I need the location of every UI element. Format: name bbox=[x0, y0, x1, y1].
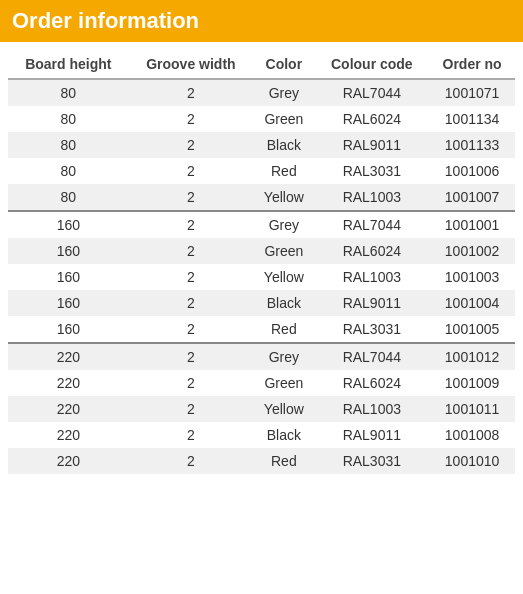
cell-color: Black bbox=[253, 290, 314, 316]
cell-color: Black bbox=[253, 132, 314, 158]
cell-board_height: 160 bbox=[8, 238, 129, 264]
cell-color: Grey bbox=[253, 79, 314, 106]
table-row: 1602BlackRAL90111001004 bbox=[8, 290, 515, 316]
col-board-height: Board height bbox=[8, 50, 129, 79]
cell-groove_width: 2 bbox=[129, 396, 254, 422]
cell-order_no: 1001004 bbox=[429, 290, 515, 316]
table-header-row: Board height Groove width Color Colour c… bbox=[8, 50, 515, 79]
cell-color: Black bbox=[253, 422, 314, 448]
cell-colour_code: RAL9011 bbox=[315, 290, 430, 316]
table-row: 2202BlackRAL90111001008 bbox=[8, 422, 515, 448]
table-container: Board height Groove width Color Colour c… bbox=[0, 50, 523, 474]
cell-colour_code: RAL3031 bbox=[315, 158, 430, 184]
table-row: 802BlackRAL90111001133 bbox=[8, 132, 515, 158]
cell-groove_width: 2 bbox=[129, 238, 254, 264]
cell-order_no: 1001006 bbox=[429, 158, 515, 184]
cell-color: Grey bbox=[253, 211, 314, 238]
table-row: 802YellowRAL10031001007 bbox=[8, 184, 515, 211]
col-groove-width: Groove width bbox=[129, 50, 254, 79]
cell-colour_code: RAL1003 bbox=[315, 184, 430, 211]
cell-order_no: 1001071 bbox=[429, 79, 515, 106]
cell-board_height: 160 bbox=[8, 264, 129, 290]
cell-board_height: 220 bbox=[8, 343, 129, 370]
cell-colour_code: RAL6024 bbox=[315, 106, 430, 132]
cell-colour_code: RAL1003 bbox=[315, 396, 430, 422]
cell-color: Yellow bbox=[253, 396, 314, 422]
order-table: Board height Groove width Color Colour c… bbox=[8, 50, 515, 474]
cell-groove_width: 2 bbox=[129, 79, 254, 106]
cell-color: Grey bbox=[253, 343, 314, 370]
cell-board_height: 80 bbox=[8, 184, 129, 211]
cell-color: Yellow bbox=[253, 264, 314, 290]
cell-groove_width: 2 bbox=[129, 343, 254, 370]
table-row: 2202GreenRAL60241001009 bbox=[8, 370, 515, 396]
cell-colour_code: RAL3031 bbox=[315, 448, 430, 474]
cell-board_height: 220 bbox=[8, 422, 129, 448]
col-order-no: Order no bbox=[429, 50, 515, 79]
cell-color: Red bbox=[253, 316, 314, 343]
table-row: 802GreenRAL60241001134 bbox=[8, 106, 515, 132]
col-colour-code: Colour code bbox=[315, 50, 430, 79]
cell-color: Green bbox=[253, 238, 314, 264]
table-row: 2202GreyRAL70441001012 bbox=[8, 343, 515, 370]
cell-groove_width: 2 bbox=[129, 448, 254, 474]
cell-groove_width: 2 bbox=[129, 184, 254, 211]
table-row: 1602YellowRAL10031001003 bbox=[8, 264, 515, 290]
table-row: 2202RedRAL30311001010 bbox=[8, 448, 515, 474]
cell-colour_code: RAL7044 bbox=[315, 343, 430, 370]
col-color: Color bbox=[253, 50, 314, 79]
cell-color: Red bbox=[253, 158, 314, 184]
cell-order_no: 1001003 bbox=[429, 264, 515, 290]
cell-order_no: 1001001 bbox=[429, 211, 515, 238]
cell-colour_code: RAL7044 bbox=[315, 79, 430, 106]
table-row: 802GreyRAL70441001071 bbox=[8, 79, 515, 106]
cell-colour_code: RAL6024 bbox=[315, 238, 430, 264]
table-row: 802RedRAL30311001006 bbox=[8, 158, 515, 184]
cell-order_no: 1001009 bbox=[429, 370, 515, 396]
cell-colour_code: RAL3031 bbox=[315, 316, 430, 343]
cell-groove_width: 2 bbox=[129, 290, 254, 316]
cell-order_no: 1001002 bbox=[429, 238, 515, 264]
cell-order_no: 1001010 bbox=[429, 448, 515, 474]
cell-groove_width: 2 bbox=[129, 211, 254, 238]
cell-colour_code: RAL6024 bbox=[315, 370, 430, 396]
cell-color: Red bbox=[253, 448, 314, 474]
cell-color: Yellow bbox=[253, 184, 314, 211]
cell-board_height: 220 bbox=[8, 448, 129, 474]
cell-groove_width: 2 bbox=[129, 422, 254, 448]
cell-groove_width: 2 bbox=[129, 316, 254, 343]
cell-order_no: 1001011 bbox=[429, 396, 515, 422]
cell-color: Green bbox=[253, 370, 314, 396]
table-row: 1602GreyRAL70441001001 bbox=[8, 211, 515, 238]
cell-board_height: 80 bbox=[8, 158, 129, 184]
header-banner: Order information bbox=[0, 0, 523, 42]
cell-order_no: 1001012 bbox=[429, 343, 515, 370]
cell-order_no: 1001134 bbox=[429, 106, 515, 132]
cell-board_height: 80 bbox=[8, 79, 129, 106]
cell-board_height: 220 bbox=[8, 370, 129, 396]
cell-board_height: 80 bbox=[8, 132, 129, 158]
cell-order_no: 1001007 bbox=[429, 184, 515, 211]
table-row: 1602GreenRAL60241001002 bbox=[8, 238, 515, 264]
cell-groove_width: 2 bbox=[129, 158, 254, 184]
cell-board_height: 160 bbox=[8, 316, 129, 343]
cell-colour_code: RAL9011 bbox=[315, 422, 430, 448]
cell-board_height: 160 bbox=[8, 211, 129, 238]
table-row: 1602RedRAL30311001005 bbox=[8, 316, 515, 343]
cell-board_height: 160 bbox=[8, 290, 129, 316]
cell-board_height: 220 bbox=[8, 396, 129, 422]
cell-colour_code: RAL1003 bbox=[315, 264, 430, 290]
cell-order_no: 1001005 bbox=[429, 316, 515, 343]
page-container: Order information Board height Groove wi… bbox=[0, 0, 523, 474]
table-row: 2202YellowRAL10031001011 bbox=[8, 396, 515, 422]
cell-groove_width: 2 bbox=[129, 106, 254, 132]
cell-colour_code: RAL7044 bbox=[315, 211, 430, 238]
cell-colour_code: RAL9011 bbox=[315, 132, 430, 158]
cell-groove_width: 2 bbox=[129, 264, 254, 290]
cell-color: Green bbox=[253, 106, 314, 132]
cell-groove_width: 2 bbox=[129, 132, 254, 158]
cell-order_no: 1001008 bbox=[429, 422, 515, 448]
cell-groove_width: 2 bbox=[129, 370, 254, 396]
cell-board_height: 80 bbox=[8, 106, 129, 132]
page-title: Order information bbox=[12, 8, 199, 33]
